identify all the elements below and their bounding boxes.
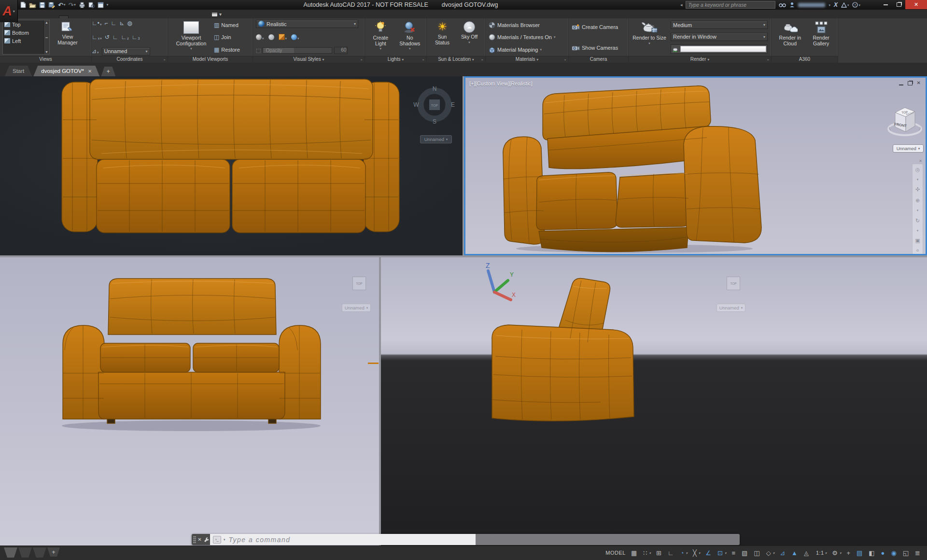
new-layout-button[interactable]: + (47, 547, 60, 557)
named-ucs-combo[interactable]: Unnamed▾ (102, 47, 150, 56)
search-icon[interactable] (779, 2, 786, 8)
render-to-size-button[interactable]: Render to Size▾ (631, 20, 668, 55)
viewcube-mini[interactable]: TOP (352, 277, 366, 290)
recent-commands-icon[interactable]: ▾ (224, 538, 225, 542)
view-combo-pill-faded[interactable]: Unnamed▾ (342, 304, 371, 312)
opacity-slider[interactable]: Opacity (263, 47, 332, 54)
ucs-x-icon[interactable]: ∟x▾ (92, 34, 102, 40)
sun-status-button[interactable]: ☀ Sun Status (431, 20, 454, 55)
new-file-icon[interactable] (20, 1, 26, 8)
graphics-performance-icon[interactable]: ◉▾ (891, 550, 897, 556)
view-combo-pill-active[interactable]: Unnamed▾ (893, 144, 924, 153)
no-shadows-button[interactable]: No Shadows▾ (396, 20, 424, 55)
command-prompt-icon[interactable]: ›_ (213, 536, 221, 544)
sign-in-icon[interactable] (789, 2, 795, 8)
render-gallery-button[interactable]: Render Gallery (808, 20, 834, 55)
sofa-model-perspective[interactable] (465, 78, 926, 254)
customization-icon[interactable]: ≣▾ (915, 550, 921, 556)
minimize-button[interactable] (879, 0, 892, 9)
ucs-view-icon[interactable]: ⊿▾ (92, 48, 99, 54)
materials-browser-button[interactable]: Materials Browser (489, 20, 565, 29)
materials-textures-button[interactable]: Materials / Textures On▾ (489, 33, 565, 42)
ucs-named-icon[interactable]: ⌐ (104, 20, 108, 26)
signed-in-username-redacted[interactable] (798, 3, 825, 7)
view-list-item[interactable]: Left (3, 37, 43, 45)
sofa-model-top-view[interactable] (0, 76, 463, 255)
orbit-icon[interactable]: ↻ (915, 218, 920, 224)
sign-in-dropdown-icon[interactable]: ▾ (829, 3, 830, 7)
isometric-drafting-icon[interactable]: ╳▾ (693, 550, 700, 556)
ucs-axis-tripod[interactable]: Z Y X (480, 261, 519, 306)
panel-label-camera[interactable]: Camera (569, 56, 628, 63)
layout-tab[interactable] (33, 547, 46, 558)
drawing-tab-close-icon[interactable]: ✕ (88, 69, 92, 74)
transparency-icon[interactable]: ▧▾ (742, 550, 748, 556)
object-snap-icon[interactable]: ⊡▾ (717, 550, 726, 556)
undo-icon[interactable]: ↶▾ (58, 2, 65, 8)
xray-mode-icon[interactable] (268, 34, 274, 40)
command-bar-close-icon[interactable]: ✕ (197, 537, 201, 542)
selection-cycling-icon[interactable]: ◫▾ (754, 550, 760, 556)
join-viewports-button[interactable]: ◫Join (214, 33, 240, 42)
viewport-side-view[interactable]: Z Y X TOP Unnamed▾ (381, 257, 927, 546)
viewcube-mini[interactable]: TOP (727, 277, 740, 290)
layout-tab[interactable] (4, 547, 17, 558)
dynamic-ucs-icon[interactable]: ⊿▾ (780, 550, 786, 556)
panel-label-lights[interactable]: Lights ▾⌄ (365, 56, 426, 63)
render-in-cloud-button[interactable]: Render in Cloud (775, 20, 805, 55)
panel-label-materials[interactable]: Materials ▾⌄ (486, 56, 568, 63)
units-icon[interactable]: ▤▾ (857, 550, 863, 556)
view-manager-button[interactable]: View Manager (52, 20, 84, 55)
ucs-origin-icon[interactable]: ∟ (112, 34, 118, 40)
ucs-restore-icon[interactable]: ↺ (105, 34, 110, 40)
ucs-world-icon[interactable]: ◍ (127, 20, 132, 26)
clean-screen-icon[interactable]: ◱▾ (903, 550, 910, 556)
plot-preview-icon[interactable] (88, 2, 95, 8)
file-tab-drawing[interactable]: dvosjed GOTOV*✕ (33, 66, 99, 76)
navigation-bar[interactable]: ◎▾ ✣ ⊕▾ ↻▾ ▣ ⊖ (912, 164, 923, 255)
showmotion-icon[interactable]: ▣ (915, 238, 920, 244)
annotation-monitor-icon[interactable]: +▾ (846, 550, 851, 556)
ribbon-display-toggle[interactable]: ▾ (211, 12, 222, 18)
customize-wrench-icon[interactable] (203, 537, 209, 542)
open-file-icon[interactable] (29, 2, 36, 8)
plot-icon[interactable] (79, 2, 85, 8)
snap-mode-icon[interactable]: ∷▾ (643, 550, 651, 556)
named-viewports-button[interactable]: ▥Named (214, 20, 240, 29)
view-combo-pill[interactable]: Unnamed▾ (420, 135, 452, 143)
save-as-icon[interactable] (48, 2, 55, 8)
help-icon[interactable]: ?▾ (852, 2, 860, 8)
search-input[interactable] (686, 1, 775, 9)
render-target-combo[interactable]: Render in Window▾ (671, 33, 768, 41)
annotation-autoscale-icon[interactable]: ◬▾ (804, 550, 810, 556)
properties-icon[interactable] (98, 2, 104, 8)
a360-apps-icon[interactable]: ▾ (841, 2, 849, 8)
ucs-object-icon[interactable]: ⊾ (119, 20, 124, 26)
render-quality-combo[interactable]: Medium▾ (671, 21, 768, 29)
edge-effects-icon[interactable]: ▾ (291, 34, 299, 40)
navbar-collapse-icon[interactable]: ⊖ (916, 249, 919, 252)
sofa-model-front-view[interactable] (0, 257, 379, 546)
panel-label-visual-styles[interactable]: Visual Styles ▾⌄ (253, 56, 365, 63)
ortho-mode-icon[interactable]: ∟▾ (668, 550, 675, 556)
create-light-button[interactable]: Create Light▾ (367, 20, 394, 55)
visual-style-combo[interactable]: Realistic▾ (256, 20, 358, 28)
model-space-toggle[interactable]: MODEL▾ (604, 550, 626, 556)
panel-label-model-viewports[interactable]: Model Viewports (168, 56, 253, 63)
annotation-scale-value[interactable]: 1:1▾ (815, 550, 827, 556)
redo-icon[interactable]: ↷▾ (68, 2, 75, 8)
pan-icon[interactable]: ✣ (915, 186, 920, 193)
view-combo-pill-faded[interactable]: Unnamed▾ (716, 304, 745, 312)
create-camera-button[interactable]: Create Camera (572, 22, 625, 31)
navigation-wheel-icon[interactable]: ◎ (915, 167, 920, 173)
command-bar-grip[interactable]: ✕ (192, 534, 210, 545)
panel-label-coordinates[interactable]: Coordinates⌄ (92, 56, 168, 63)
restore-viewports-button[interactable]: ▦Restore (214, 45, 240, 54)
sky-off-button[interactable]: ☁ Sky Off▾ (457, 20, 481, 55)
panel-label-views[interactable]: Views (0, 56, 91, 63)
quick-properties-icon[interactable]: ◧▾ (869, 550, 875, 556)
qat-customize-icon[interactable]: ▾ (107, 3, 109, 7)
viewcube[interactable]: TOP FRONT RIGHT (887, 99, 923, 140)
viewport-custom-view-active[interactable]: [+][Custom View][Realistic] ✕ TOP FRONT … (464, 76, 927, 255)
application-menu-button[interactable]: A▾ (0, 0, 18, 22)
